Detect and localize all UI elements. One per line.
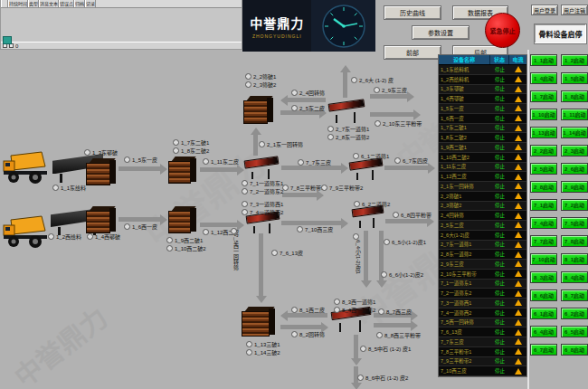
device-start-button[interactable]: 1_14启动 xyxy=(561,127,588,138)
status-row: 2_5东二皮 停止 xyxy=(439,221,526,231)
device-status: 停止 xyxy=(490,289,509,297)
brand-name: 中誉鼎力 xyxy=(250,14,304,32)
conveyor-arrow xyxy=(259,233,263,296)
device-status: 停止 xyxy=(490,124,509,131)
alarm-selector-column xyxy=(1,0,8,7)
device-start-button[interactable]: 7_5启动 xyxy=(561,217,588,229)
history-curve-button[interactable]: 历史曲线 xyxy=(384,5,441,20)
alarm-column-header[interactable]: 错误点 xyxy=(59,0,74,7)
device-start-button[interactable]: 2_5启动 xyxy=(530,163,557,175)
brand-panel: 中誉鼎力 ZHONGYUDINGLI xyxy=(242,0,375,52)
device-name: 7_10西三皮 xyxy=(439,367,490,375)
equipment-panel-title: 骨料设备启停 xyxy=(534,24,587,44)
conveyor-arrow xyxy=(253,135,258,156)
start-buttons-panel: 1_1启动1_2启动1_4启动1_5启动1_7启动1_8启动1_10启动1_11… xyxy=(530,54,588,356)
device-start-button[interactable]: 1_13启动 xyxy=(530,127,557,138)
device-start-button[interactable]: 7_1启动 xyxy=(530,199,557,211)
conveyor-graphic xyxy=(352,207,384,228)
front-section-button[interactable]: 前部 xyxy=(384,45,441,60)
flow-label: 2_7东一道筛1 xyxy=(327,126,369,133)
crusher-bin xyxy=(243,96,273,124)
device-start-button[interactable]: 1_11启动 xyxy=(561,109,588,120)
device-start-button[interactable]: 8_7启动 xyxy=(561,289,588,301)
user-logout-button[interactable]: 用户注销 xyxy=(561,5,588,15)
device-start-button[interactable]: 6_1启动 xyxy=(530,308,557,319)
device-start-button[interactable]: 1_7启动 xyxy=(530,90,557,102)
flow-label: 7_8三平粉带1 xyxy=(282,185,324,192)
status-row: 2_10东三平粉带 停止 xyxy=(439,270,526,280)
device-start-button[interactable]: 1_1启动 xyxy=(530,54,557,66)
status-row: 2_9东三皮 停止 xyxy=(439,260,526,270)
device-start-button[interactable]: 1_10启动 xyxy=(530,109,557,120)
device-start-button[interactable]: 1_8启动 xyxy=(561,90,588,102)
alarm-column-header[interactable]: 记录 xyxy=(85,0,96,7)
device-status: 停止 xyxy=(490,367,509,375)
device-start-button[interactable]: 8_1启动 xyxy=(561,253,588,265)
conveyor-arrow xyxy=(282,193,317,197)
device-status: 停止 xyxy=(490,85,509,92)
device-start-button[interactable]: 7_4启动 xyxy=(530,217,557,229)
flow-label: 8_2回转筛 xyxy=(291,331,325,338)
status-row: 1_2西给料机 停止 xyxy=(439,75,526,85)
device-start-button[interactable]: 2_8启动 xyxy=(530,181,557,193)
device-name: 2_2筛破1 xyxy=(439,193,490,200)
device-start-button[interactable]: 6_7启动 xyxy=(530,344,557,356)
device-name: 2_7东一道筛1 xyxy=(439,241,490,248)
device-start-button[interactable]: 7_7启动 xyxy=(530,235,557,247)
device-start-button[interactable]: 7_10启动 xyxy=(530,253,557,265)
status-row: 7_10西三皮 停止 xyxy=(439,366,526,376)
flow-label: 6_5小(1-2)皮1 xyxy=(384,239,426,246)
device-start-button[interactable]: 1_4启动 xyxy=(530,72,557,84)
emergency-stop-button[interactable]: 紧急停止 xyxy=(485,13,520,48)
device-name: 7_9三平粉带2 xyxy=(439,357,490,365)
device-start-button[interactable]: 8_3启动 xyxy=(530,271,557,283)
alarm-indicator[interactable] xyxy=(3,36,12,44)
device-start-button[interactable]: 7_8启动 xyxy=(561,235,588,247)
flow-label: 8_8西三平粉带 xyxy=(376,332,421,339)
conveyor-arrow xyxy=(343,72,347,98)
current-warning-icon xyxy=(515,213,522,219)
device-start-button[interactable]: 8_6启动 xyxy=(530,289,557,301)
status-row: 1_11东二皮 停止 xyxy=(439,163,526,173)
alarm-column-header[interactable]: 持续时间 xyxy=(8,0,28,7)
device-name: 2_4回转筛 xyxy=(439,212,490,219)
status-row: 1_10西二破2 停止 xyxy=(439,153,526,163)
current-warning-icon xyxy=(515,115,522,121)
device-start-button[interactable]: 6_2启动 xyxy=(561,308,588,319)
device-name: 7_7东三皮 xyxy=(439,338,490,346)
device-start-button[interactable]: 2_3启动 xyxy=(561,145,588,157)
user-login-button[interactable]: 用户登录 xyxy=(531,5,558,15)
parameter-settings-button[interactable]: 参数设置 xyxy=(412,25,469,40)
alarm-column-header[interactable]: 归档 xyxy=(74,0,85,7)
current-warning-icon xyxy=(515,232,522,238)
alarm-column-header[interactable]: 消息文本 xyxy=(39,0,59,7)
device-name: 1_11东二皮 xyxy=(439,163,490,170)
flow-label: 2_1东一回转筛 xyxy=(259,141,303,148)
current-warning-icon xyxy=(515,125,522,131)
current-warning-icon xyxy=(515,164,522,170)
device-start-button[interactable]: 6_4启动 xyxy=(530,326,557,337)
device-status: 停止 xyxy=(490,270,509,278)
device-start-button[interactable]: 7_2启动 xyxy=(561,199,588,211)
device-status: 停止 xyxy=(490,134,509,141)
alarm-table-header: 持续时间类型消息文本错误点归档记录 xyxy=(1,0,242,8)
status-row: 1_12西二皮 停止 xyxy=(439,172,526,182)
status-row: 2_4回转筛 停止 xyxy=(439,211,526,221)
device-start-button[interactable]: 6_8启动 xyxy=(561,344,588,356)
alarm-column-header[interactable]: 类型 xyxy=(28,0,39,7)
device-name: 2_1东一回转筛 xyxy=(439,183,490,190)
device-name: 2_9东三皮 xyxy=(439,261,490,268)
crusher-bin xyxy=(168,206,196,233)
device-start-button[interactable]: 2_6启动 xyxy=(561,163,588,175)
crusher-bin xyxy=(86,206,116,233)
current-warning-icon xyxy=(515,183,522,189)
device-start-button[interactable]: 1_2启动 xyxy=(561,54,588,66)
device-name: 1_3东鄂破 xyxy=(439,85,490,92)
device-start-button[interactable]: 1_5启动 xyxy=(561,72,588,84)
conveyor-arrow xyxy=(364,231,368,280)
device-start-button[interactable]: 8_4启动 xyxy=(561,271,588,283)
conveyor-arrow xyxy=(280,325,321,329)
device-start-button[interactable]: 2_2启动 xyxy=(530,145,557,157)
device-start-button[interactable]: 2_9启动 xyxy=(561,181,588,193)
device-start-button[interactable]: 6_5启动 xyxy=(561,326,588,337)
